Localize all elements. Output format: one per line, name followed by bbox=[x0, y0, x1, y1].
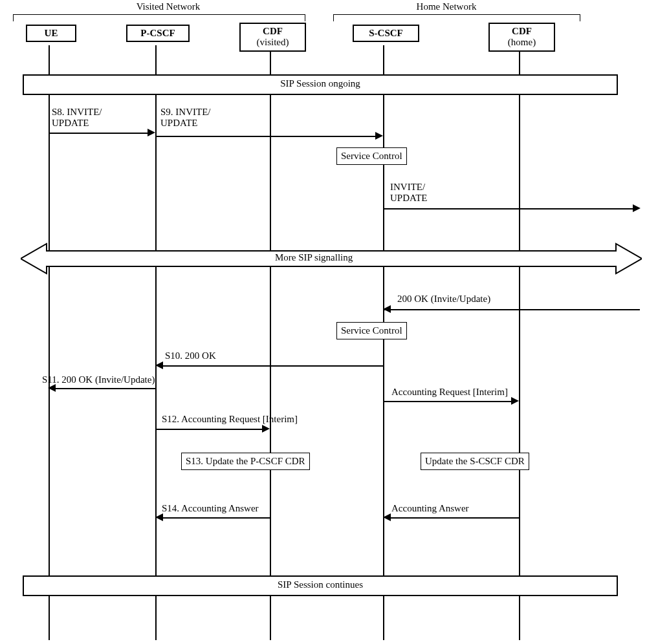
msg-s14-label: S14. Accounting Answer bbox=[162, 503, 259, 514]
entity-cdf-home: CDF(home) bbox=[488, 23, 555, 52]
note-update-scscf-cdr: Update the S-CSCF CDR bbox=[421, 453, 529, 470]
arrow-s8-head bbox=[148, 129, 155, 136]
entity-pcscf: P-CSCF bbox=[126, 25, 190, 42]
msg-invite-update-right-label: INVITE/UPDATE bbox=[390, 182, 428, 204]
msg-s10-label: S10. 200 OK bbox=[165, 350, 216, 361]
arrow-s8 bbox=[49, 133, 151, 134]
lifeline-pcscf bbox=[155, 45, 157, 640]
arrow-s9 bbox=[156, 136, 379, 137]
lifeline-cdf-visited bbox=[270, 52, 271, 640]
msg-acc-req-right-label: Accounting Request [Interim] bbox=[391, 387, 508, 398]
arrow-s11-head bbox=[48, 384, 56, 392]
arrow-s11 bbox=[50, 388, 155, 389]
lifeline-ue bbox=[49, 45, 50, 640]
msg-s11-label: S11. 200 OK (Invite/Update) bbox=[42, 374, 155, 385]
arrow-acc-answer-right-head bbox=[383, 513, 391, 521]
lifeline-cdf-home bbox=[519, 52, 520, 640]
note-service-control-1: Service Control bbox=[336, 147, 407, 165]
arrow-acc-req-right bbox=[384, 401, 515, 402]
msg-s8-label: S8. INVITE/UPDATE bbox=[52, 107, 102, 129]
arrow-s10-head bbox=[155, 361, 163, 369]
entity-ue: UE bbox=[26, 25, 76, 42]
arrow-invite-right-head bbox=[633, 204, 641, 212]
arrow-s10 bbox=[158, 365, 383, 367]
arrow-s14 bbox=[158, 517, 270, 519]
arrow-s12 bbox=[156, 429, 266, 430]
note-service-control-2: Service Control bbox=[336, 322, 407, 339]
msg-200ok-back-label: 200 OK (Invite/Update) bbox=[397, 294, 490, 305]
arrow-acc-req-right-head bbox=[511, 397, 519, 405]
lifeline-scscf bbox=[383, 45, 384, 640]
band-sip-ongoing: SIP Session ongoing bbox=[23, 74, 618, 95]
entity-scscf: S-CSCF bbox=[353, 25, 419, 42]
entity-cdf-visited: CDF(visited) bbox=[239, 23, 306, 52]
home-bracket bbox=[333, 14, 580, 21]
msg-s9-label: S9. INVITE/UPDATE bbox=[160, 107, 211, 129]
msg-acc-answer-right-label: Accounting Answer bbox=[391, 503, 469, 514]
arrow-s9-head bbox=[375, 132, 383, 140]
arrow-acc-answer-right bbox=[386, 517, 519, 519]
arrow-s12-head bbox=[262, 425, 270, 433]
band-more-sip-label: More SIP signalling bbox=[275, 252, 353, 263]
arrow-200ok-back bbox=[384, 309, 640, 310]
arrow-s14-head bbox=[155, 513, 163, 521]
visited-network-label: Visited Network bbox=[116, 1, 220, 12]
home-network-label: Home Network bbox=[395, 1, 498, 12]
visited-bracket bbox=[13, 14, 305, 21]
band-sip-continues: SIP Session continues bbox=[23, 575, 618, 596]
arrow-200ok-back-head bbox=[383, 305, 391, 313]
msg-s12-label: S12. Accounting Request [Interim] bbox=[162, 414, 298, 425]
sequence-diagram: Visited Network Home Network UE P-CSCF C… bbox=[0, 0, 647, 644]
note-s13-update-pcscf-cdr: S13. Update the P-CSCF CDR bbox=[181, 453, 310, 470]
arrow-invite-right bbox=[384, 208, 636, 209]
